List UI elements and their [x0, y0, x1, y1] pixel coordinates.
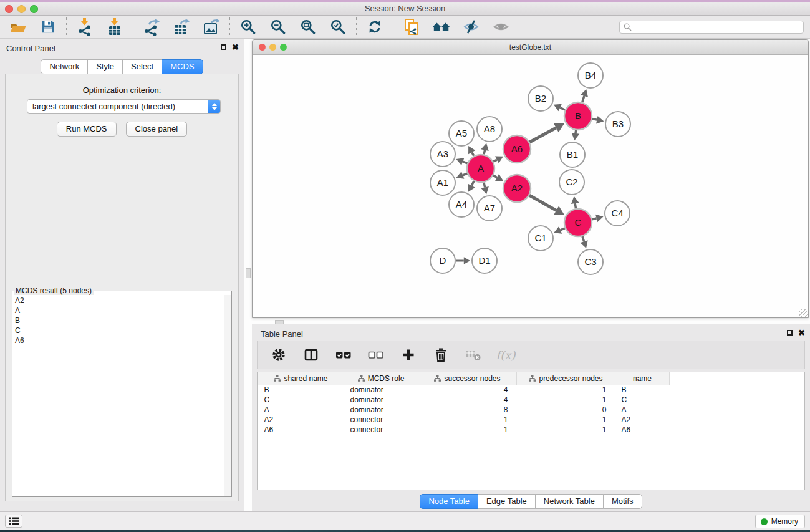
- vertical-splitter-handle[interactable]: [246, 268, 251, 278]
- create-column-button[interactable]: [400, 346, 417, 364]
- graph-edge-A6-B[interactable]: [529, 128, 556, 142]
- graph-edge-A-A3[interactable]: [463, 162, 467, 163]
- horizontal-splitter-handle[interactable]: [275, 320, 284, 324]
- zoom-in-button[interactable]: [239, 17, 258, 36]
- mcds-result-item[interactable]: C: [15, 326, 231, 336]
- network-window-titlebar[interactable]: testGlobe.txt: [253, 40, 808, 55]
- tab-style[interactable]: Style: [87, 59, 123, 74]
- open-session-button[interactable]: [9, 17, 27, 36]
- graph-edge-A-A5[interactable]: [472, 152, 474, 156]
- table-tab-node-table[interactable]: Node Table: [420, 494, 478, 509]
- graph-edge-A-A8[interactable]: [484, 150, 485, 155]
- delete-table-button[interactable]: [465, 346, 482, 364]
- table-row[interactable]: A6connector11A6: [258, 425, 670, 435]
- column-header-label: MCDS role: [368, 374, 405, 383]
- export-network-button[interactable]: [142, 17, 161, 36]
- graph-edge-A-A2[interactable]: [493, 175, 497, 177]
- float-panel-icon[interactable]: [221, 44, 226, 50]
- show-columns-button[interactable]: [302, 346, 320, 364]
- tab-mcds[interactable]: MCDS: [162, 59, 203, 74]
- graph-edge-B-B1[interactable]: [576, 130, 576, 133]
- graph-node-label: A8: [484, 123, 495, 134]
- graph-edge-C-C4[interactable]: [592, 218, 596, 220]
- dropdown-stepper-icon: [208, 100, 220, 113]
- table-close-panel-icon[interactable]: ✖: [798, 329, 805, 336]
- table-settings-button[interactable]: [270, 346, 287, 364]
- table-tab-edge-table[interactable]: Edge Table: [478, 494, 536, 509]
- save-session-button[interactable]: [39, 17, 57, 36]
- graph-edge-A-A1[interactable]: [463, 173, 467, 175]
- table-row[interactable]: Adominator80A: [258, 405, 670, 415]
- mcds-result-item[interactable]: A2: [15, 296, 231, 306]
- table-cell: 4: [418, 395, 517, 405]
- zoom-selected-button[interactable]: [329, 17, 347, 36]
- column-sort-tree-icon: [274, 375, 281, 382]
- show-selection-button[interactable]: [492, 17, 511, 36]
- tab-select[interactable]: Select: [122, 59, 162, 74]
- import-network-button[interactable]: [75, 17, 94, 36]
- export-table-button[interactable]: [172, 17, 191, 36]
- graph-edge-B-B4[interactable]: [582, 96, 584, 102]
- run-mcds-button[interactable]: Run MCDS: [57, 122, 117, 137]
- table-row[interactable]: Cdominator41C: [258, 395, 670, 405]
- node-table-container: shared nameMCDS rolesuccessor nodesprede…: [257, 372, 805, 490]
- graph-edge-A2-C[interactable]: [529, 195, 556, 210]
- column-header-mcds-role[interactable]: MCDS role: [344, 372, 418, 385]
- memory-label: Memory: [771, 517, 798, 526]
- export-image-button[interactable]: [202, 17, 221, 36]
- select-all-button[interactable]: [335, 346, 352, 364]
- zoom-out-button[interactable]: [269, 17, 287, 36]
- table-cell: C: [615, 395, 670, 405]
- result-scrollbar[interactable]: [224, 295, 231, 496]
- column-header-shared-name[interactable]: shared name: [258, 372, 344, 385]
- table-tab-motifs[interactable]: Motifs: [603, 494, 642, 509]
- mcds-result-item[interactable]: A: [15, 306, 231, 316]
- function-builder-button[interactable]: f(x): [497, 346, 514, 364]
- column-header-predecessor-nodes[interactable]: predecessor nodes: [517, 372, 615, 385]
- table-tab-network-table[interactable]: Network Table: [535, 494, 604, 509]
- graph-edge-A-A7[interactable]: [484, 182, 485, 187]
- deselect-all-button[interactable]: [367, 346, 385, 364]
- window-resize-grip[interactable]: [799, 309, 808, 317]
- memory-button[interactable]: Memory: [755, 515, 805, 528]
- show-all-networks-button[interactable]: [432, 17, 451, 36]
- graph-edge-arrowhead: [572, 133, 580, 140]
- plus-icon: [401, 347, 416, 362]
- clone-network-button[interactable]: [402, 17, 421, 36]
- graph-node-label: C4: [611, 208, 623, 218]
- control-panel: Control Panel ✖ NetworkStyleSelectMCDS O…: [0, 39, 244, 511]
- table-row[interactable]: Bdominator41B: [258, 385, 670, 395]
- graph-edge-B-B2[interactable]: [560, 108, 565, 110]
- graph-node-label: A7: [484, 203, 495, 213]
- refresh-button[interactable]: [365, 17, 384, 36]
- mcds-result-item[interactable]: A6: [15, 336, 231, 346]
- search-input[interactable]: [634, 22, 799, 31]
- hide-selection-button[interactable]: [462, 17, 481, 36]
- graph-edge-A-A6[interactable]: [493, 160, 497, 162]
- import-table-button[interactable]: [105, 17, 124, 36]
- tab-network[interactable]: Network: [41, 59, 88, 74]
- graph-edge-B-B3[interactable]: [592, 119, 597, 120]
- close-panel-button[interactable]: Close panel: [126, 122, 188, 137]
- task-history-button[interactable]: [5, 515, 22, 528]
- graph-edge-C-C3[interactable]: [582, 236, 584, 241]
- graph-node-label: A4: [456, 199, 467, 210]
- table-cell: 1: [517, 425, 615, 435]
- delete-column-button[interactable]: [432, 346, 450, 364]
- network-canvas[interactable]: B4B2BB3A5A8A6B1A3AA1A2C2A4A7CC4C1C3DD1: [253, 55, 808, 317]
- graph-edge-A-A4[interactable]: [471, 181, 474, 185]
- table-float-panel-icon[interactable]: [787, 330, 793, 336]
- zoom-fit-button[interactable]: [299, 17, 317, 36]
- mcds-result-item[interactable]: B: [15, 316, 231, 326]
- graph-edge-C-C1[interactable]: [561, 228, 565, 230]
- column-header-name[interactable]: name: [615, 372, 670, 385]
- column-header-successor-nodes[interactable]: successor nodes: [418, 372, 517, 385]
- export-image-icon: [203, 18, 220, 36]
- table-row[interactable]: A2connector11A2: [258, 415, 670, 425]
- optimization-criterion-select[interactable]: largest connected component (directed): [27, 99, 221, 114]
- search-field[interactable]: [619, 21, 804, 34]
- graph-edge-arrowhead: [571, 196, 579, 204]
- close-panel-icon[interactable]: ✖: [232, 44, 239, 51]
- graph-node-label: C: [575, 217, 582, 228]
- graph-edge-C-C2[interactable]: [575, 203, 576, 208]
